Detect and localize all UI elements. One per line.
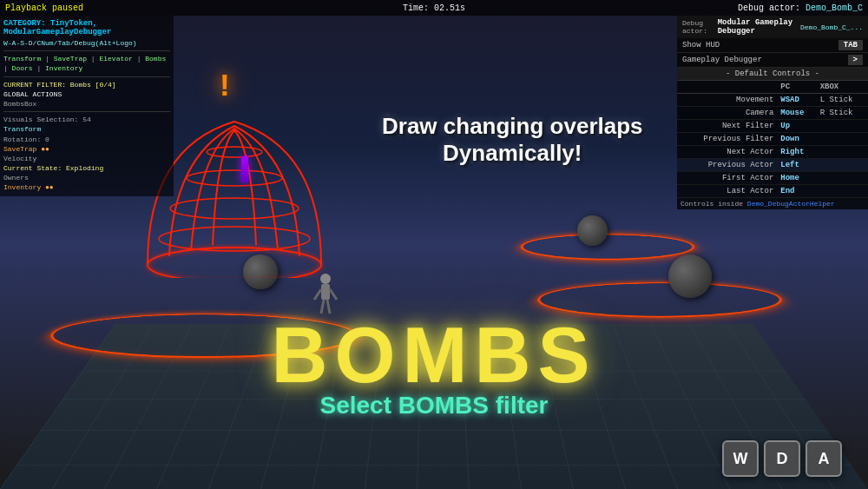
exclamation-marker: !	[215, 69, 234, 105]
a-button[interactable]: A	[806, 440, 842, 477]
bomb-sphere-3	[577, 215, 608, 246]
svg-line-8	[330, 289, 337, 300]
transform-item: Transform	[3, 124, 170, 134]
svg-point-2	[170, 198, 299, 219]
svg-line-10	[327, 300, 330, 314]
inventory-item: Inventory ●●	[3, 182, 170, 192]
col-xbox: XBOX	[817, 81, 868, 94]
action-name-0: Movement	[677, 94, 777, 107]
overlay-text: Draw changing overlaps Dynamically!	[382, 113, 643, 167]
xbox-val-3	[817, 133, 868, 146]
action-name-2: Next Filter	[677, 120, 777, 133]
debugger-header: Debug actor: Modular Gameplay Debugger D…	[677, 16, 868, 38]
xbox-val-2	[817, 120, 868, 133]
pc-val-6: Home	[777, 172, 816, 185]
bombs-item: BombsBox	[3, 99, 170, 109]
bombs-label: BOMBS Select BOMBS filter	[272, 311, 597, 420]
col-action	[677, 81, 777, 94]
savetrap-item: SaveTrap ●●	[3, 144, 170, 154]
left-category-label: CATEGORY: TinyToken, ModularGameplayDebu…	[3, 19, 170, 36]
bombs-subtitle: Select BOMBS filter	[272, 392, 597, 420]
svg-point-3	[187, 170, 282, 186]
xbox-val-0: L Stick	[817, 94, 868, 107]
visuals: Visuals Selection: 54	[3, 115, 170, 124]
svg-point-0	[148, 248, 321, 278]
pc-val-7: End	[777, 185, 816, 198]
action-name-5: Previous Actor	[677, 159, 777, 172]
overlay-line-1: Draw changing overlaps	[382, 113, 643, 140]
xbox-val-7	[817, 185, 868, 198]
action-name-4: Next Actor	[677, 146, 777, 159]
rotation-item: Rotation: 0	[3, 135, 170, 144]
timer-display: Time: 02.51s	[403, 3, 465, 13]
controls-table: PC XBOX Movement WSAD L Stick Camera Mou…	[677, 81, 868, 198]
controls-inside-prefix: Controls inside	[681, 200, 743, 208]
bombs-title: BOMBS	[272, 311, 597, 400]
global-actions: GLOBAL ACTIONS	[3, 89, 170, 99]
pc-val-4: Right	[777, 146, 816, 159]
xbox-val-1: R Stick	[817, 107, 868, 120]
action-name-6: First Actor	[677, 172, 777, 185]
category-list: Transform | SaveTrap | Elevator | Bombs …	[3, 54, 170, 73]
debug-actor-display: Debug actor: Demo_Bomb_C	[738, 3, 863, 13]
gameplay-debugger-key: >	[848, 55, 863, 65]
gameplay-debugger-row[interactable]: Gameplay Debugger >	[677, 53, 868, 68]
control-row-0: Movement WSAD L Stick	[677, 94, 868, 107]
control-row-2: Next Filter Up	[677, 120, 868, 133]
controls-section-header: - Default Controls -	[677, 68, 868, 81]
overlay-line-2: Dynamically!	[382, 140, 643, 167]
bomb-sphere-2	[668, 254, 712, 298]
wasd-container: W D A	[722, 440, 842, 477]
debug-label: Debug actor:	[738, 3, 800, 13]
control-row-1: Camera Mouse R Stick	[677, 107, 868, 120]
controls-class-name: Demo_DebugActorHelper	[747, 200, 835, 208]
right-panel: Debug actor: Modular Gameplay Debugger D…	[677, 16, 868, 209]
col-pc: PC	[777, 81, 816, 94]
action-name-3: Previous Filter	[677, 133, 777, 146]
control-row-6: First Actor Home	[677, 172, 868, 185]
pc-val-5: Left	[777, 159, 816, 172]
pc-val-1: Mouse	[777, 107, 816, 120]
owners-item: Owners	[3, 173, 170, 182]
action-name-7: Last Actor	[677, 185, 777, 198]
purple-marker	[241, 156, 248, 182]
floor-circle-3	[513, 234, 703, 260]
debug-actor-prefix: Debug actor:	[682, 19, 718, 35]
playback-status: Playback paused	[5, 3, 83, 13]
action-name-1: Camera	[677, 107, 777, 120]
show-hud-label: Show HUD	[682, 41, 720, 50]
xbox-val-5	[817, 159, 868, 172]
pc-val-3: Down	[777, 133, 816, 146]
debug-actor-right: Demo_Bomb_C_...	[800, 23, 863, 31]
controls-footer: Controls inside Demo_DebugActorHelper	[677, 198, 868, 209]
game-viewport: ! BOMBS Select BOMBS filter Draw changin…	[0, 0, 868, 489]
d-button[interactable]: D	[764, 440, 800, 477]
svg-point-5	[320, 274, 331, 284]
pc-val-2: Up	[777, 120, 816, 133]
debugger-title: Modular Gameplay Debugger	[718, 18, 800, 36]
nav-hint: W-A-S-D/CNum/Tab/Debug(Alt+Logo)	[3, 38, 170, 48]
show-hud-key: TAB	[838, 40, 863, 50]
debug-actor-name: Demo_Bomb_C	[806, 3, 863, 13]
svg-line-7	[314, 289, 321, 300]
xbox-val-6	[817, 172, 868, 185]
top-bar: Playback paused Time: 02.51s Debug actor…	[0, 0, 868, 16]
control-row-5: Previous Actor Left	[677, 159, 868, 172]
velocity-item: Velocity	[3, 154, 170, 163]
left-panel: CATEGORY: TinyToken, ModularGameplayDebu…	[0, 16, 174, 196]
gameplay-debugger-label: Gameplay Debugger	[682, 56, 762, 64]
show-hud-row[interactable]: Show HUD TAB	[677, 38, 868, 53]
xbox-val-4	[817, 146, 868, 159]
control-row-4: Next Actor Right	[677, 146, 868, 159]
control-row-3: Previous Filter Down	[677, 133, 868, 146]
svg-line-9	[321, 300, 324, 314]
current-filter: CURRENT FILTER: Bombs [0/4]	[3, 80, 170, 89]
player-character	[312, 272, 339, 315]
control-row-7: Last Actor End	[677, 185, 868, 198]
pc-val-0: WSAD	[777, 94, 816, 107]
current-state-item: Current State: Exploding	[3, 163, 170, 173]
w-button[interactable]: W	[722, 440, 759, 477]
svg-rect-6	[321, 284, 330, 300]
